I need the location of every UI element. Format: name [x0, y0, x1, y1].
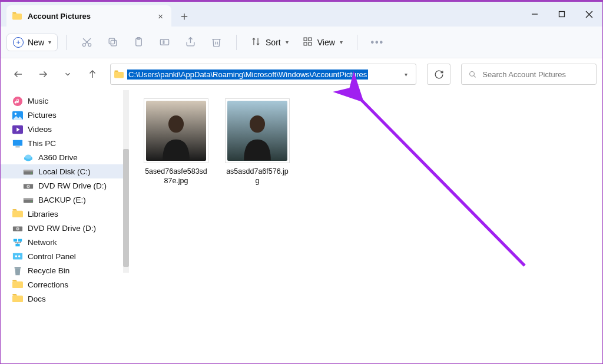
forward-button[interactable] [36, 69, 50, 80]
up-button[interactable] [85, 69, 100, 80]
sidebar-item[interactable]: Network [1, 235, 129, 249]
svg-point-21 [470, 71, 475, 76]
sidebar-item[interactable]: This PC [1, 136, 129, 150]
sidebar-item-label: DVD RW Drive (D:) [28, 224, 96, 233]
pc-icon [12, 138, 23, 148]
disk-icon [23, 195, 34, 204]
dvd-icon [23, 181, 34, 190]
dvd-icon [12, 223, 23, 233]
address-bar[interactable]: C:\Users\panki\AppData\Roaming\Microsoft… [110, 64, 416, 85]
sidebar-item[interactable]: Videos [1, 122, 129, 136]
folder-icon [12, 280, 23, 289]
new-tab-button[interactable]: ＋ [174, 5, 195, 27]
sidebar-item[interactable]: DVD RW Drive (D:) [1, 221, 129, 235]
paste-button[interactable] [127, 32, 150, 53]
svg-rect-15 [309, 38, 312, 41]
sidebar-item[interactable]: BACKUP (E:) [1, 193, 129, 207]
network-icon [12, 237, 23, 247]
chevron-down-icon[interactable]: ▾ [405, 71, 412, 78]
sidebar-item-label: This PC [28, 139, 56, 148]
search-input[interactable] [482, 70, 589, 79]
svg-rect-17 [309, 42, 312, 45]
disk-icon [23, 167, 34, 176]
sidebar-item-label: Recycle Bin [28, 266, 69, 275]
svg-point-30 [25, 155, 32, 159]
scrollbar-thumb[interactable] [123, 149, 129, 267]
sidebar-item[interactable]: Libraries [1, 207, 129, 221]
delete-button[interactable] [204, 32, 228, 53]
svg-rect-45 [15, 244, 19, 247]
svg-rect-28 [15, 147, 19, 148]
sidebar-item[interactable]: Pictures [1, 108, 129, 122]
minimize-button[interactable] [521, 2, 548, 27]
cut-button[interactable] [75, 32, 98, 53]
content-pane[interactable]: 5ased76asfe583sd87e.jpgas5asdd7a6f576.jp… [129, 90, 602, 363]
svg-rect-32 [24, 170, 33, 171]
folder-icon [12, 294, 23, 303]
sidebar-item-label: Corrections [28, 280, 68, 289]
separator [66, 35, 67, 50]
tab-active[interactable]: Account Pictures × [6, 5, 171, 27]
sidebar-item[interactable]: Music [1, 94, 129, 108]
tab-title: Account Pictures [28, 12, 91, 21]
file-name: 5ased76asfe583sd87e.jpg [141, 167, 211, 186]
sidebar-item[interactable]: Control Panel [1, 249, 129, 263]
sidebar-item-label: Control Panel [28, 252, 76, 261]
search-box[interactable] [461, 64, 597, 85]
control-panel-icon [12, 252, 23, 261]
folder-icon [12, 209, 23, 219]
svg-point-39 [31, 201, 32, 202]
sidebar-item[interactable]: Recycle Bin [1, 263, 129, 277]
view-icon [303, 37, 313, 48]
maximize-button[interactable] [548, 2, 575, 27]
svg-point-48 [18, 255, 21, 257]
sidebar-item[interactable]: Local Disk (C:) [1, 164, 129, 178]
sidebar-item[interactable]: Corrections [1, 277, 129, 292]
recycle-bin-icon [12, 266, 23, 275]
more-button[interactable]: ••• [366, 32, 389, 53]
pictures-icon [12, 110, 23, 120]
sort-button[interactable]: Sort ▾ [245, 37, 294, 48]
chevron-down-icon: ▾ [286, 39, 289, 45]
sort-icon [251, 37, 261, 48]
sidebar-item-label: BACKUP (E:) [38, 196, 86, 204]
sidebar-item-label: Local Disk (C:) [38, 167, 91, 176]
sidebar-item-label: Libraries [28, 210, 58, 219]
sort-label: Sort [266, 38, 281, 47]
share-button[interactable] [178, 32, 202, 53]
file-item[interactable]: 5ased76asfe583sd87e.jpg [141, 98, 211, 186]
svg-rect-12 [160, 39, 168, 45]
close-tab-icon[interactable]: × [158, 11, 163, 21]
sidebar-item[interactable]: A360 Drive [1, 150, 129, 164]
toolbar: + New ▾ Sort ▾ View ▾ ••• [1, 27, 602, 58]
file-item[interactable]: as5asdd7a6f576.jpg [222, 98, 293, 186]
svg-rect-44 [18, 239, 22, 242]
svg-point-36 [28, 186, 29, 187]
new-button[interactable]: + New ▾ [6, 34, 58, 51]
close-window-button[interactable] [575, 2, 602, 27]
file-thumbnail [144, 98, 208, 163]
videos-icon [12, 124, 23, 134]
sidebar-item-label: Videos [28, 125, 52, 134]
svg-rect-46 [13, 253, 22, 260]
file-name: as5asdd7a6f576.jpg [222, 167, 293, 186]
svg-rect-9 [109, 38, 115, 44]
copy-button[interactable] [101, 32, 124, 53]
refresh-button[interactable] [427, 64, 450, 85]
back-button[interactable] [11, 69, 25, 80]
sidebar-item[interactable]: Docs [1, 292, 129, 306]
sidebar-item[interactable]: DVD RW Drive (D:) [1, 178, 129, 193]
svg-rect-38 [24, 198, 33, 200]
sidebar-item-label: A360 Drive [38, 153, 78, 162]
sidebar-item-label: Docs [28, 294, 46, 303]
search-icon [469, 70, 476, 79]
rename-button[interactable] [153, 32, 176, 53]
svg-point-33 [31, 173, 32, 174]
svg-point-47 [15, 255, 18, 257]
svg-point-51 [250, 115, 265, 133]
nav-bar: C:\Users\panki\AppData\Roaming\Microsoft… [1, 58, 602, 90]
cloud-drive-icon [23, 153, 34, 162]
address-path: C:\Users\panki\AppData\Roaming\Microsoft… [127, 70, 368, 80]
view-button[interactable]: View ▾ [297, 37, 349, 48]
recent-button[interactable] [61, 70, 75, 78]
